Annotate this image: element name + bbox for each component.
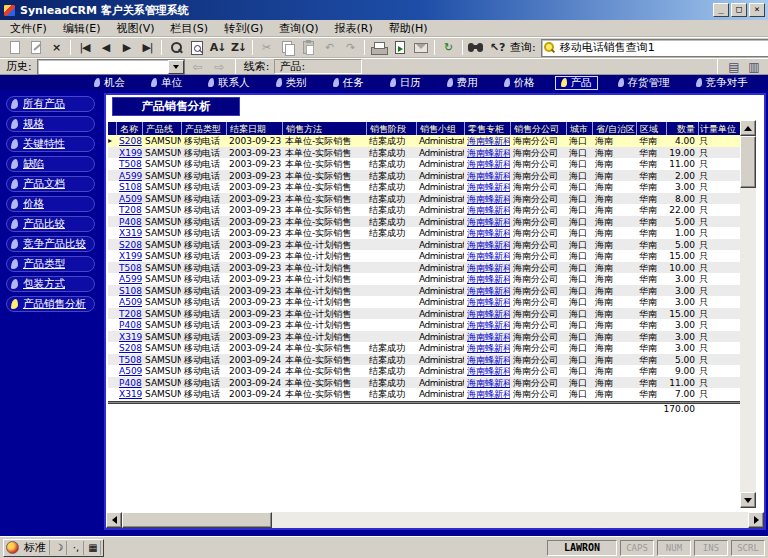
ime-punctuation-icon[interactable]: ·, [69, 541, 84, 555]
cell-name[interactable]: P408 [116, 216, 142, 228]
table-row[interactable]: P408 SAMSUNG 移动电话 2003-09-23 本单位-计划销售 Ad… [108, 319, 740, 331]
cell-name[interactable]: P408 [116, 319, 142, 331]
new-record-icon[interactable] [4, 39, 25, 57]
restore-button[interactable]: □ [731, 3, 747, 17]
column-header[interactable]: 销售方法 [282, 122, 366, 135]
scroll-down-button[interactable] [740, 492, 756, 508]
sidebar-item-product-comparison[interactable]: 产品比较 [6, 216, 95, 232]
column-header[interactable]: 省/自治区 [592, 122, 636, 135]
cell-name[interactable]: X319 [116, 227, 142, 239]
scroll-up-button[interactable] [740, 120, 756, 136]
sidebar-item-packaging[interactable]: 包装方式 [6, 276, 95, 292]
first-record-icon[interactable]: |◀ [74, 39, 95, 57]
table-row[interactable]: T508 SAMSUNG 移动电话 2003-09-23 本单位-实际销售 结案… [108, 158, 740, 170]
column-header[interactable]: 名称 [116, 122, 142, 135]
table-row[interactable]: X319 SAMSUNG 移动电话 2003-09-23 本单位-实际销售 结案… [108, 227, 740, 239]
sort-ascending-icon[interactable]: A↓ [207, 39, 228, 57]
cell-retail-counter[interactable]: 海南蜂新科 [464, 227, 510, 239]
tab-task[interactable]: 任务 [327, 76, 370, 90]
find-icon[interactable] [466, 39, 487, 57]
menu-item[interactable]: 视图(V) [108, 20, 162, 37]
copy-icon[interactable] [277, 39, 298, 57]
print-icon[interactable] [368, 39, 389, 57]
cell-name[interactable]: X199 [116, 147, 142, 159]
ime-mode-label[interactable]: 标准 [21, 540, 50, 555]
cell-retail-counter[interactable]: 海南蜂新科 [464, 193, 510, 205]
query-combobox[interactable]: 移动电话销售查询1 [541, 39, 768, 57]
horizontal-scrollbar[interactable] [106, 512, 764, 528]
paste-icon[interactable] [298, 39, 319, 57]
menu-item[interactable]: 转到(G) [216, 20, 271, 37]
menu-item[interactable]: 栏目(S) [163, 20, 217, 37]
tab-unit[interactable]: 单位 [145, 76, 188, 90]
redo-icon[interactable]: ↷ [340, 39, 361, 57]
table-row[interactable]: A599 SAMSUNG 移动电话 2003-09-23 本单位-实际销售 结案… [108, 170, 740, 182]
sidebar-item-product-type[interactable]: 产品类型 [6, 256, 95, 272]
horizontal-scroll-track[interactable] [272, 512, 748, 528]
menu-item[interactable]: 编辑(E) [55, 20, 109, 37]
cell-name[interactable]: T208 [116, 204, 142, 216]
scroll-right-button[interactable] [748, 512, 764, 528]
column-header[interactable]: 零售专柜 [464, 122, 510, 135]
help-pointer-icon[interactable]: ↖? [487, 39, 508, 57]
vertical-scroll-track[interactable] [740, 188, 756, 492]
back-button[interactable]: ⇦ [188, 59, 207, 74]
cell-retail-counter[interactable]: 海南蜂新科 [464, 158, 510, 170]
cell-retail-counter[interactable]: 海南蜂新科 [464, 296, 510, 308]
cell-retail-counter[interactable]: 海南蜂新科 [464, 216, 510, 228]
menu-item[interactable]: 查询(Q) [271, 20, 326, 37]
edit-record-icon[interactable] [25, 39, 46, 57]
undo-icon[interactable]: ↶ [319, 39, 340, 57]
cell-name[interactable]: P408 [116, 377, 142, 389]
cell-retail-counter[interactable]: 海南蜂新科 [464, 204, 510, 216]
cut-icon[interactable]: ✂ [256, 39, 277, 57]
print-preview-icon[interactable] [186, 39, 207, 57]
table-row[interactable]: X319 SAMSUNG 移动电话 2003-09-23 本单位-计划销售 Ad… [108, 331, 740, 343]
sort-descending-icon[interactable]: Z↓ [228, 39, 249, 57]
cell-retail-counter[interactable]: 海南蜂新科 [464, 147, 510, 159]
search-icon[interactable] [165, 39, 186, 57]
column-header[interactable]: 结案日期 [226, 122, 282, 135]
table-row[interactable]: X199 SAMSUNG 移动电话 2003-09-23 本单位-实际销售 结案… [108, 147, 740, 159]
sidebar-item-specifications[interactable]: 规格 [6, 116, 95, 132]
cell-name[interactable]: T508 [116, 158, 142, 170]
cell-name[interactable]: S108 [116, 181, 142, 193]
tab-product[interactable]: 产品 [555, 76, 598, 90]
cell-name[interactable]: S208 [116, 239, 142, 251]
cell-name[interactable]: T508 [116, 262, 142, 274]
vertical-scrollbar[interactable] [740, 120, 756, 508]
cell-name[interactable]: X199 [116, 250, 142, 262]
table-row[interactable]: T208 SAMSUNG 移动电话 2003-09-23 本单位-计划销售 Ad… [108, 308, 740, 320]
table-row[interactable]: S108 SAMSUNG 移动电话 2003-09-23 本单位-计划销售 Ad… [108, 285, 740, 297]
table-row[interactable]: X319 SAMSUNG 移动电话 2003-09-24 本单位-实际销售 结案… [108, 388, 740, 400]
cell-retail-counter[interactable]: 海南蜂新科 [464, 331, 510, 343]
ime-fullwidth-icon[interactable]: ☽ [52, 541, 67, 555]
menu-item[interactable]: 报表(R) [327, 20, 381, 37]
table-row[interactable]: S208 SAMSUNG 移动电话 2003-09-24 本单位-实际销售 结案… [108, 342, 740, 354]
cell-name[interactable]: X319 [116, 388, 142, 400]
menu-item[interactable]: 帮助(H) [381, 20, 436, 37]
tab-inventory[interactable]: 存货管理 [612, 76, 676, 90]
cell-retail-counter[interactable]: 海南蜂新科 [464, 319, 510, 331]
tab-competitor[interactable]: 竞争对手 [690, 76, 754, 90]
ime-keyboard-icon[interactable]: ▦ [86, 541, 101, 555]
cell-retail-counter[interactable]: 海南蜂新科 [464, 135, 510, 147]
table-row[interactable]: X199 SAMSUNG 移动电话 2003-09-23 本单位-计划销售 Ad… [108, 250, 740, 262]
column-header[interactable]: 销售阶段 [366, 122, 416, 135]
table-row[interactable]: P408 SAMSUNG 移动电话 2003-09-23 本单位-实际销售 结案… [108, 216, 740, 228]
cell-name[interactable]: A509 [116, 296, 142, 308]
column-header[interactable]: 区域 [636, 122, 666, 135]
close-button[interactable]: × [749, 3, 765, 17]
tab-price[interactable]: 价格 [498, 76, 541, 90]
ime-logo-icon[interactable] [6, 541, 19, 554]
column-header[interactable]: 销售分公司 [510, 122, 566, 135]
cell-name[interactable]: A599 [116, 170, 142, 182]
sidebar-item-key-features[interactable]: 关键特性 [6, 136, 95, 152]
history-combobox[interactable] [37, 59, 185, 75]
delete-record-icon[interactable]: × [46, 39, 67, 57]
tab-expense[interactable]: 费用 [441, 76, 484, 90]
table-row[interactable]: T208 SAMSUNG 移动电话 2003-09-23 本单位-实际销售 结案… [108, 204, 740, 216]
cell-retail-counter[interactable]: 海南蜂新科 [464, 354, 510, 366]
cell-retail-counter[interactable]: 海南蜂新科 [464, 377, 510, 389]
next-record-icon[interactable]: ▶ [116, 39, 137, 57]
